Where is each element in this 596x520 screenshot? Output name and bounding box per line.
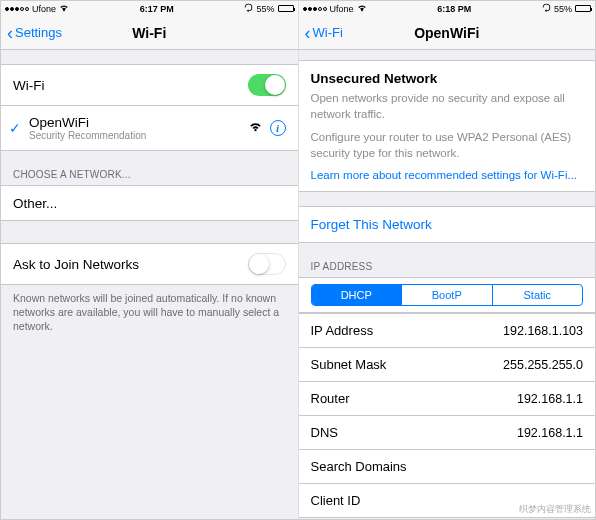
wifi-toggle-row: Wi-Fi bbox=[1, 64, 298, 106]
table-row: IP Address 192.168.1.103 bbox=[299, 313, 596, 348]
table-row[interactable]: Search Domains bbox=[299, 450, 596, 484]
wifi-settings-screen: Ufone 6:17 PM 55% ‹ Settings Wi-Fi Wi-Fi… bbox=[1, 1, 298, 519]
nav-bar: ‹ Wi-Fi OpenWiFi bbox=[299, 16, 596, 50]
checkmark-icon: ✓ bbox=[9, 120, 21, 136]
battery-icon bbox=[575, 5, 591, 12]
table-row: Subnet Mask 255.255.255.0 bbox=[299, 348, 596, 382]
other-label: Other... bbox=[13, 196, 286, 211]
signal-dots-icon bbox=[5, 7, 29, 11]
row-key: Router bbox=[311, 391, 517, 406]
forget-network-button[interactable]: Forget This Network bbox=[299, 206, 596, 243]
network-detail-screen: Ufone 6:18 PM 55% ‹ Wi-Fi OpenWiFi Unsec… bbox=[298, 1, 596, 519]
ask-to-join-toggle[interactable] bbox=[248, 253, 286, 275]
info-icon[interactable]: i bbox=[270, 120, 286, 136]
row-key: DNS bbox=[311, 425, 517, 440]
clock: 6:17 PM bbox=[69, 4, 244, 14]
ip-address-header: IP ADDRESS bbox=[299, 243, 596, 277]
status-bar: Ufone 6:17 PM 55% bbox=[1, 1, 298, 16]
status-bar: Ufone 6:18 PM 55% bbox=[299, 1, 596, 16]
orientation-lock-icon bbox=[244, 3, 253, 14]
ask-to-join-label: Ask to Join Networks bbox=[13, 257, 248, 272]
back-label: Wi-Fi bbox=[313, 25, 343, 40]
watermark-text: 织梦内容管理系统 bbox=[519, 504, 591, 515]
back-button[interactable]: ‹ Wi-Fi bbox=[305, 24, 343, 42]
unsecured-body-1: Open networks provide no security and ex… bbox=[311, 91, 584, 122]
ip-mode-segmented[interactable]: DHCP BootP Static bbox=[311, 284, 584, 306]
row-value: 192.168.1.1 bbox=[517, 426, 583, 440]
unsecured-body-2: Configure your router to use WPA2 Person… bbox=[311, 130, 584, 161]
back-label: Settings bbox=[15, 25, 62, 40]
wifi-toggle[interactable] bbox=[248, 74, 286, 96]
chevron-left-icon: ‹ bbox=[7, 24, 13, 42]
row-value: 255.255.255.0 bbox=[503, 358, 583, 372]
signal-dots-icon bbox=[303, 7, 327, 11]
ip-details-table: IP Address 192.168.1.103 Subnet Mask 255… bbox=[299, 313, 596, 518]
nav-bar: ‹ Settings Wi-Fi bbox=[1, 16, 298, 50]
row-key: Subnet Mask bbox=[311, 357, 504, 372]
other-network-row[interactable]: Other... bbox=[1, 185, 298, 221]
battery-icon bbox=[278, 5, 294, 12]
carrier-label: Ufone bbox=[32, 4, 56, 14]
ask-to-join-footer: Known networks will be joined automatica… bbox=[1, 285, 298, 340]
segment-bootp[interactable]: BootP bbox=[401, 285, 492, 305]
settings-body: Wi-Fi ✓ OpenWiFi Security Recommendation… bbox=[1, 50, 298, 519]
orientation-lock-icon bbox=[542, 3, 551, 14]
unsecured-warning: Unsecured Network Open networks provide … bbox=[299, 60, 596, 192]
unsecured-heading: Unsecured Network bbox=[311, 71, 584, 86]
back-button[interactable]: ‹ Settings bbox=[7, 24, 62, 42]
segment-dhcp[interactable]: DHCP bbox=[312, 285, 402, 305]
battery-pct: 55% bbox=[256, 4, 274, 14]
table-row: Router 192.168.1.1 bbox=[299, 382, 596, 416]
learn-more-link[interactable]: Learn more about recommended settings fo… bbox=[311, 169, 584, 181]
ask-to-join-row: Ask to Join Networks bbox=[1, 243, 298, 285]
wifi-toggle-label: Wi-Fi bbox=[13, 78, 248, 93]
connected-network-row[interactable]: ✓ OpenWiFi Security Recommendation i bbox=[1, 106, 298, 151]
carrier-label: Ufone bbox=[330, 4, 354, 14]
table-row: DNS 192.168.1.1 bbox=[299, 416, 596, 450]
wifi-status-icon bbox=[357, 4, 367, 14]
row-key: IP Address bbox=[311, 323, 504, 338]
wifi-status-icon bbox=[59, 4, 69, 14]
wifi-signal-icon bbox=[249, 121, 262, 135]
chevron-left-icon: ‹ bbox=[305, 24, 311, 42]
row-value: 192.168.1.103 bbox=[503, 324, 583, 338]
clock: 6:18 PM bbox=[367, 4, 542, 14]
detail-body: Unsecured Network Open networks provide … bbox=[299, 50, 596, 519]
row-value: 192.168.1.1 bbox=[517, 392, 583, 406]
connected-network-name: OpenWiFi bbox=[29, 115, 249, 130]
row-key: Search Domains bbox=[311, 459, 584, 474]
choose-network-header: CHOOSE A NETWORK... bbox=[1, 151, 298, 185]
segment-static[interactable]: Static bbox=[492, 285, 583, 305]
connected-network-subtitle: Security Recommendation bbox=[29, 130, 249, 141]
battery-pct: 55% bbox=[554, 4, 572, 14]
